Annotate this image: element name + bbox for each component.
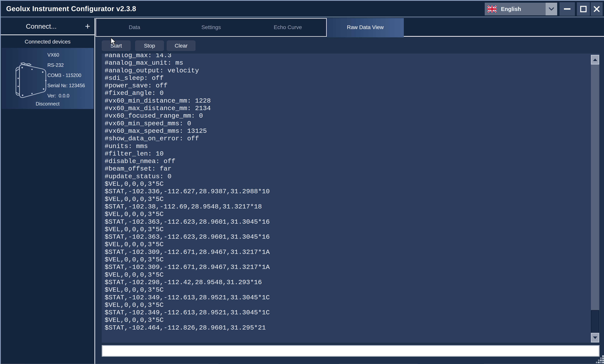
- raw-output-line: $VEL,0,0,0,3*5C: [105, 195, 600, 203]
- raw-output-line: $STAT,-102.309,-112.671,28.9467,31.3217*…: [105, 249, 600, 256]
- raw-output-line: $STAT,-102.464,-112.826,28.9601,31.295*2…: [105, 324, 600, 332]
- close-button[interactable]: [591, 2, 603, 16]
- raw-output-line: $STAT,-102.336,-112.627,28.9387,31.2988*…: [105, 188, 600, 195]
- raw-output-line: $VEL,0,0,0,3*5C: [105, 226, 600, 233]
- raw-output-line: #sdi_sleep: off: [105, 74, 600, 82]
- minimize-button[interactable]: [559, 2, 575, 16]
- raw-output-line: #vx60_focused_range_mm: 0: [105, 112, 600, 120]
- stop-button[interactable]: Stop: [135, 40, 164, 51]
- language-label: English: [501, 6, 546, 12]
- title-bar: Geolux Instrument Configurator v2.3.8 En…: [1, 1, 604, 17]
- device-serial: Serial №: 123456: [47, 80, 85, 91]
- disconnect-button[interactable]: Disconnect: [1, 101, 94, 107]
- tab-data[interactable]: Data: [96, 19, 173, 36]
- raw-output-line: #vx60_min_distance_mm: 1228: [105, 97, 600, 105]
- command-input[interactable]: [102, 345, 600, 357]
- raw-output-line: #power_save: off: [105, 82, 600, 89]
- raw-output-line: $VEL,0,0,0,3*5C: [105, 256, 600, 264]
- raw-output-line: #filter_len: 10: [105, 150, 600, 158]
- raw-output-line: $STAT,-102.349,-112.613,28.9521,31.3045*…: [105, 294, 600, 302]
- app-window: Geolux Instrument Configurator v2.3.8 En…: [0, 0, 604, 364]
- device-card[interactable]: VX60 RS-232 COM3 - 115200 Serial №: 1234…: [1, 48, 94, 109]
- raw-output-line: #disable_nmea: off: [105, 158, 600, 165]
- raw-output-line: $STAT,-102.349,-112.613,28.9521,31.3045*…: [105, 309, 600, 316]
- inactive-tabs-group: Data Settings Echo Curve: [96, 18, 327, 37]
- raw-output-line: #fixed_angle: 0: [105, 89, 600, 97]
- raw-output-line: #show_data_on_error: off: [105, 135, 600, 143]
- raw-output-line: $VEL,0,0,0,3*5C: [105, 271, 600, 279]
- tab-settings[interactable]: Settings: [173, 19, 250, 36]
- raw-output-line: $VEL,0,0,0,3*5C: [105, 302, 600, 309]
- raw-output-line: $STAT,-102.38,-112.69,28.9548,31.3217*18: [105, 203, 600, 211]
- tab-raw-data-view[interactable]: Raw Data View: [327, 18, 404, 37]
- raw-output-line: $STAT,-102.363,-112.623,28.9601,31.3045*…: [105, 233, 600, 241]
- add-connection-button[interactable]: +: [85, 18, 90, 35]
- tab-echo-curve[interactable]: Echo Curve: [250, 19, 326, 36]
- raw-output-line: $VEL,0,0,0,3*5C: [105, 241, 600, 248]
- raw-output-line: $VEL,0,0,0,3*5C: [105, 211, 600, 218]
- scroll-up-button[interactable]: [591, 55, 599, 64]
- raw-output-line: #vx60_max_speed_mms: 13125: [105, 127, 600, 135]
- clear-button[interactable]: Clear: [167, 40, 196, 51]
- raw-output-line: $STAT,-102.298,-112.42,28.9548,31.293*16: [105, 279, 600, 286]
- start-button[interactable]: Start: [102, 40, 131, 51]
- scroll-down-button[interactable]: [591, 333, 599, 342]
- raw-output-line: $VEL,0,0,0,3*5C: [105, 180, 600, 188]
- raw-output-line: #analog_output: velocity: [105, 67, 600, 74]
- tab-strip: Data Settings Echo Curve Raw Data View: [95, 18, 604, 37]
- uk-flag-icon: [487, 6, 497, 12]
- triangle-down-icon: [593, 337, 597, 339]
- main-content: Data Settings Echo Curve Raw Data View S…: [95, 18, 604, 364]
- app-title: Geolux Instrument Configurator v2.3.8: [6, 1, 136, 17]
- sidebar: Connect... + Connected devices: [1, 18, 94, 364]
- raw-output-line: $STAT,-102.363,-112.623,28.9601,31.3045*…: [105, 218, 600, 226]
- device-sketch-icon: [6, 56, 51, 105]
- raw-output-line: #vx60_min_speed_mms: 0: [105, 120, 600, 127]
- device-port: COM3 - 115200: [47, 70, 85, 80]
- maximize-button[interactable]: [577, 2, 590, 16]
- raw-output-line: $VEL,0,0,0,3*5C: [105, 316, 600, 324]
- scrollbar-thumb[interactable]: [591, 310, 599, 333]
- resize-grip-icon[interactable]: [595, 355, 604, 364]
- raw-output-line: $STAT,-102.309,-112.671,28.9467,31.3217*…: [105, 264, 600, 271]
- raw-output-line: #analog_max_unit: ms: [105, 59, 600, 67]
- raw-output-line: #update_status: 0: [105, 173, 600, 180]
- raw-output-line: #units: mms: [105, 143, 600, 150]
- device-version: Ver: 0.0.0: [47, 91, 85, 101]
- raw-output-line: #beam_offset: far: [105, 165, 600, 173]
- raw-output-panel: #analog_max: 14.3#analog_max_unit: ms#an…: [102, 53, 600, 343]
- tab-strip-filler: [404, 18, 604, 37]
- connected-devices-heading: Connected devices: [1, 36, 94, 48]
- raw-output-line: #vx60_max_distance_mm: 2134: [105, 105, 600, 112]
- chevron-down-icon[interactable]: [546, 3, 557, 15]
- raw-output-line: #analog_max: 14.3: [105, 53, 600, 59]
- language-select[interactable]: English: [485, 3, 557, 15]
- device-interface: RS-232: [47, 60, 85, 70]
- triangle-up-icon: [593, 59, 597, 61]
- connect-label: Connect...: [1, 18, 82, 35]
- device-model: VX60: [47, 50, 85, 60]
- raw-output-line: $VEL,0,0,0,3*5C: [105, 286, 600, 294]
- connect-header[interactable]: Connect... +: [1, 18, 94, 35]
- vertical-scrollbar[interactable]: [591, 55, 599, 342]
- raw-output-lines: #analog_max: 14.3#analog_max_unit: ms#an…: [102, 53, 600, 343]
